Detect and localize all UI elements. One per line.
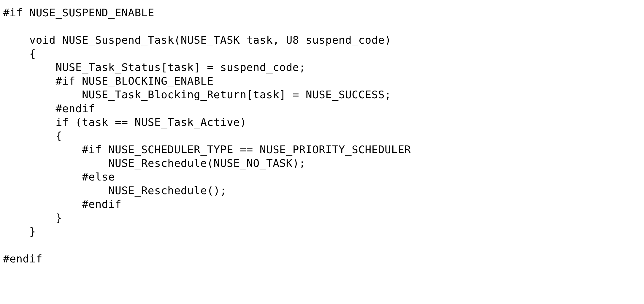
code-block: #if NUSE_SUSPEND_ENABLE void NUSE_Suspen… [0, 0, 644, 272]
